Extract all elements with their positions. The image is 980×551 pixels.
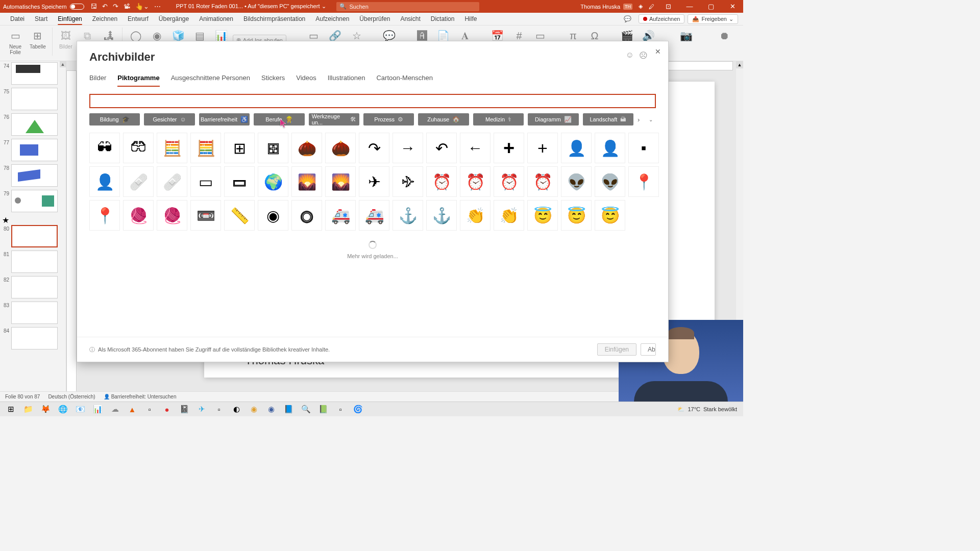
tab-ueberpruefen[interactable]: Überprüfen — [354, 13, 395, 24]
app-icon-2[interactable]: ▫ — [141, 403, 158, 416]
icon-yarn[interactable]: 🧶 — [123, 200, 154, 231]
icon-sunrise-outline[interactable]: 🌄 — [325, 166, 356, 197]
icon-yarn-outline[interactable]: 🧶 — [157, 200, 187, 231]
icon-ambulance-outline[interactable]: 🚑 — [359, 200, 389, 231]
share-button[interactable]: 📤Freigeben⌄ — [688, 14, 738, 24]
present-icon[interactable]: 📽 — [124, 3, 130, 10]
icon-abacus-4[interactable]: ⊞ — [258, 133, 288, 163]
slide-thumbnail-75[interactable]: 75 — [2, 88, 58, 110]
coming-soon-icon[interactable]: ◈ — [639, 3, 643, 10]
icon-alarm-4[interactable]: ⏰ — [527, 166, 558, 197]
tab-datei[interactable]: Datei — [5, 13, 30, 24]
cat-collapse-button[interactable]: ⌄ — [649, 117, 656, 122]
icon-arrow-left-1[interactable]: ↶ — [426, 133, 457, 163]
icon-acorn-outline[interactable]: 🌰 — [325, 133, 356, 163]
icon-contact-3[interactable]: ▪ — [628, 133, 659, 163]
icon-alien-outline[interactable]: 👽 — [595, 166, 625, 197]
icon-clap[interactable]: 👏 — [460, 200, 491, 231]
cat-landschaft[interactable]: Landschaft🏔 — [583, 113, 633, 126]
icon-arrow-left-2[interactable]: ← — [460, 133, 491, 163]
touch-icon[interactable]: 👆⌄ — [135, 3, 149, 10]
icon-abacus-1[interactable]: 🧮 — [157, 133, 187, 163]
icon-arrow-right-1[interactable]: ↷ — [359, 133, 389, 163]
weather-widget[interactable]: ⛅ 17°C Stark bewölkt — [677, 406, 737, 413]
save-icon[interactable]: 🖫 — [90, 3, 97, 10]
icon-needle[interactable]: 📍 — [628, 166, 659, 197]
slide-thumbnail-78[interactable]: 78 — [2, 164, 58, 187]
slide-thumbnail-77[interactable]: 77 — [2, 139, 58, 161]
overflow-icon[interactable]: ⋯ — [154, 3, 161, 10]
telegram-icon[interactable]: ✈ — [193, 403, 210, 416]
cancel-button[interactable]: Abbrechen — [641, 343, 656, 356]
tab-einfuegen[interactable]: Einfügen — [53, 13, 87, 24]
icon-anchor-outline[interactable]: ⚓ — [426, 200, 457, 231]
chrome-icon[interactable]: 🌐 — [54, 403, 71, 416]
redo-icon[interactable]: ↷ — [113, 3, 118, 10]
app-icon-9[interactable]: ▫ — [332, 403, 349, 416]
icon-3d-glasses[interactable]: 🕶 — [89, 133, 120, 163]
feedback-smile-icon[interactable]: ☺ — [626, 51, 634, 60]
tab-dictation[interactable]: Dictation — [426, 13, 460, 24]
language-indicator[interactable]: Deutsch (Österreich) — [48, 394, 95, 399]
tab-animationen[interactable]: Animationen — [194, 13, 238, 24]
icon-anchor[interactable]: ⚓ — [393, 200, 423, 231]
icon-angel-outline-2[interactable]: 😇 — [595, 200, 625, 231]
toggle-switch[interactable] — [70, 4, 84, 10]
icon-tape-measure[interactable]: 📏 — [224, 200, 255, 231]
cat-barrierefreiheit[interactable]: Barrierefreiheit♿ — [199, 113, 250, 126]
icon-plus-thin[interactable]: + — [527, 133, 558, 163]
thumb-scroll-up[interactable]: ▲ — [60, 61, 66, 67]
cat-medizin[interactable]: Medizin⚕ — [473, 113, 524, 126]
maximize-icon[interactable]: ▢ — [703, 3, 719, 10]
tab-aufzeichnen[interactable]: Aufzeichnen — [310, 13, 354, 24]
tab-entwurf[interactable]: Entwurf — [122, 13, 154, 24]
slide-thumbnail-84[interactable]: 84 — [2, 327, 58, 349]
comments-icon[interactable]: 💬 — [624, 15, 631, 22]
feedback-frown-icon[interactable]: ☹ — [639, 51, 648, 60]
user-account[interactable]: Thomas Hruska TH — [580, 4, 632, 10]
undo-icon[interactable]: ↶ — [102, 3, 108, 10]
word-icon[interactable]: 📘 — [280, 403, 297, 416]
explorer-icon[interactable]: 📁 — [19, 403, 37, 416]
slide-thumbnail-81[interactable]: 81 — [2, 251, 58, 273]
icon-africa[interactable]: 🌍 — [258, 166, 288, 197]
tab-hilfe[interactable]: Hilfe — [459, 13, 482, 24]
pen-icon[interactable]: 🖊 — [649, 4, 654, 10]
icon-acorn[interactable]: 🌰 — [291, 133, 322, 163]
app-icon-6[interactable]: ◉ — [245, 403, 262, 416]
record-button[interactable]: Aufzeichnen — [639, 14, 685, 23]
screen-recording-button[interactable]: ⏺ — [714, 28, 734, 44]
icon-contact-4[interactable]: 👤 — [89, 166, 120, 197]
edge-icon[interactable]: 🌀 — [349, 403, 366, 416]
tab-stickers[interactable]: Stickers — [261, 74, 285, 87]
icon-tape[interactable]: 📼 — [190, 200, 221, 231]
icon-plus-bold[interactable]: + — [494, 133, 524, 163]
slide-thumbnail-79[interactable]: 79 — [2, 190, 58, 212]
close-icon[interactable]: ✕ — [725, 3, 740, 10]
icon-billboard-outline[interactable]: ▭ — [224, 166, 255, 197]
icon-3d-glasses-outline[interactable]: 🕶 — [123, 133, 154, 163]
autosave-toggle[interactable]: Automatisches Speichern — [3, 4, 84, 10]
icon-alien[interactable]: 👽 — [561, 166, 592, 197]
icon-billboard[interactable]: ▭ — [190, 166, 221, 197]
cat-zuhause[interactable]: Zuhause🏠 — [418, 113, 469, 126]
icon-bandage-outline[interactable]: 🩹 — [157, 166, 187, 197]
ribbon-options-icon[interactable]: ⊡ — [660, 3, 676, 10]
cat-werkzeuge[interactable]: Werkzeuge un...🛠 — [309, 113, 359, 126]
cat-next-button[interactable]: › — [638, 116, 645, 123]
tab-illustrationen[interactable]: Illustrationen — [328, 74, 365, 87]
icon-airplane[interactable]: ✈ — [359, 166, 389, 197]
app-icon-4[interactable]: ▫ — [210, 403, 228, 416]
icon-airplane-outline[interactable]: ✈ — [393, 166, 423, 197]
cat-berufe[interactable]: Berufe👷 — [254, 113, 304, 126]
icon-button-1[interactable]: ◉ — [258, 200, 288, 231]
icon-alarm-1[interactable]: ⏰ — [426, 166, 457, 197]
firefox-icon[interactable]: 🦊 — [37, 403, 54, 416]
icon-contact-1[interactable]: 👤 — [561, 133, 592, 163]
search-box[interactable]: 🔍 Suchen — [336, 2, 479, 11]
slide-thumbnail-82[interactable]: 82 — [2, 276, 58, 298]
icon-angel[interactable]: 😇 — [527, 200, 558, 231]
pictures-button[interactable]: 🖼Bilder — [56, 28, 76, 51]
app-icon-1[interactable]: ☁ — [106, 403, 124, 416]
slide-thumbnail-74[interactable]: 74 — [2, 62, 58, 85]
